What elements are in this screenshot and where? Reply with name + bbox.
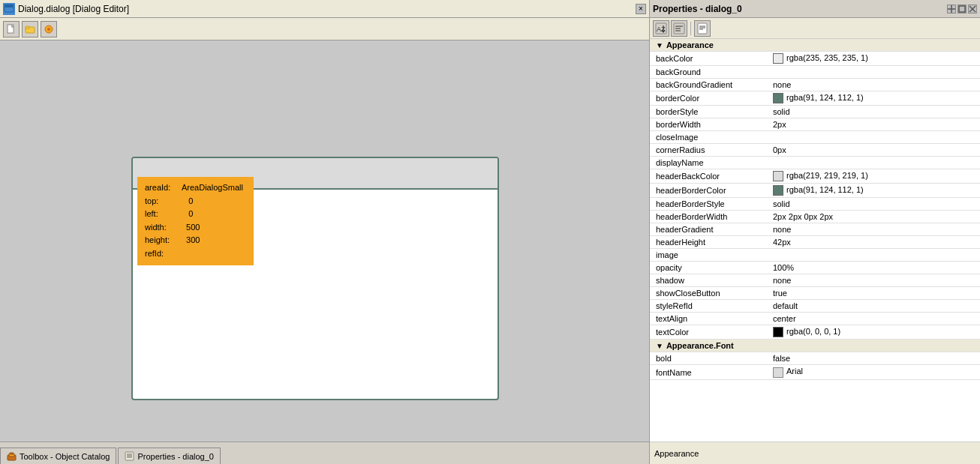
sort-category-icon xyxy=(673,22,685,34)
prop-bold-label: bold xyxy=(650,352,770,365)
prop-displayName-label: displayName xyxy=(650,157,770,169)
properties-table: ▼Appearance backColor rgba(235, 235, 235… xyxy=(650,39,980,380)
prop-backColor[interactable]: backColor rgba(235, 235, 235, 1) xyxy=(650,52,980,66)
paint-icon xyxy=(44,24,54,34)
prop-backColor-value: rgba(235, 235, 235, 1) xyxy=(770,52,980,66)
properties-title: Properties - dialog_0 xyxy=(653,4,944,14)
prop-cornerRadius-label: cornerRadius xyxy=(650,144,770,157)
prop-textAlign-value: center xyxy=(770,313,980,325)
properties-tab-bottom-label: Properties - dialog_0 xyxy=(137,452,214,461)
prop-backGroundGradient-label: backGroundGradient xyxy=(650,79,770,91)
section-appearance-font[interactable]: ▼Appearance.Font xyxy=(650,340,980,352)
prop-cornerRadius-value: 0px xyxy=(770,144,980,157)
prop-opacity[interactable]: opacity 100% xyxy=(650,262,980,274)
prop-styleRefId[interactable]: styleRefId default xyxy=(650,300,980,313)
open-folder-button[interactable] xyxy=(22,21,38,37)
prop-headerBackColor[interactable]: headerBackColor rgba(219, 219, 219, 1) xyxy=(650,169,980,184)
editor-toolbar xyxy=(0,18,649,40)
prop-borderWidth-value: 2px xyxy=(770,118,980,131)
prop-backGround-label: backGround xyxy=(650,66,770,79)
prop-styleRefId-value: default xyxy=(770,300,980,313)
prop-closeImage-value xyxy=(770,131,980,144)
prop-cornerRadius[interactable]: cornerRadius 0px xyxy=(650,144,980,157)
prop-backGround[interactable]: backGround xyxy=(650,66,980,79)
prop-bold-value: false xyxy=(770,352,980,365)
prop-borderColor-label: borderColor xyxy=(650,91,770,106)
prop-headerBorderStyle-label: headerBorderStyle xyxy=(650,198,770,211)
toolbox-tab[interactable]: Toolbox - Object Catalog xyxy=(0,448,116,464)
svg-text:AZ: AZ xyxy=(657,25,666,33)
properties-status-bar: Appearance xyxy=(650,442,980,464)
prop-fontName[interactable]: fontName Arial xyxy=(650,365,980,379)
prop-headerBorderWidth[interactable]: headerBorderWidth 2px 2px 0px 2px xyxy=(650,211,980,223)
svg-rect-16 xyxy=(959,6,965,12)
prop-opacity-label: opacity xyxy=(650,262,770,274)
properties-tab-bottom[interactable]: Properties - dialog_0 xyxy=(118,448,221,464)
properties-icon-bottom xyxy=(125,451,134,461)
prop-headerGradient[interactable]: headerGradient none xyxy=(650,223,980,236)
editor-close-button[interactable]: × xyxy=(636,4,646,14)
prop-displayName[interactable]: displayName xyxy=(650,157,980,169)
bottom-tabs-bar: Toolbox - Object Catalog Properties - di… xyxy=(0,442,649,464)
sort-category-button[interactable] xyxy=(671,20,687,37)
prop-borderStyle[interactable]: borderStyle solid xyxy=(650,106,980,118)
prop-backGround-value xyxy=(770,66,980,79)
prop-bold[interactable]: bold false xyxy=(650,352,980,365)
prop-textAlign-label: textAlign xyxy=(650,313,770,325)
section-appearance-font-label: Appearance.Font xyxy=(666,341,734,350)
paint-button[interactable] xyxy=(41,21,57,37)
properties-table-container[interactable]: ▼Appearance backColor rgba(235, 235, 235… xyxy=(650,39,980,442)
prop-textAlign[interactable]: textAlign center xyxy=(650,313,980,325)
description-button[interactable] xyxy=(694,20,711,37)
prop-fontName-value: Arial xyxy=(770,365,980,379)
prop-showCloseButton[interactable]: showCloseButton true xyxy=(650,287,980,300)
prop-borderColor[interactable]: borderColor rgba(91, 124, 112, 1) xyxy=(650,91,980,106)
pin-button[interactable] xyxy=(947,4,956,13)
section-appearance[interactable]: ▼Appearance xyxy=(650,39,980,52)
editor-title: Dialog.dialog [Dialog Editor] xyxy=(18,4,633,14)
svg-rect-1 xyxy=(5,4,14,7)
prop-headerBackColor-value: rgba(219, 219, 219, 1) xyxy=(770,169,980,184)
prop-displayName-value xyxy=(770,157,980,169)
prop-textColor[interactable]: textColor rgba(0, 0, 0, 1) xyxy=(650,325,980,340)
prop-headerBorderWidth-label: headerBorderWidth xyxy=(650,211,770,223)
prop-textColor-value: rgba(0, 0, 0, 1) xyxy=(770,325,980,340)
dialog-editor-icon xyxy=(4,4,14,14)
editor-canvas: areaId:AreaDialogSmall top: 0 left: 0 wi… xyxy=(0,40,649,442)
prop-backGroundGradient[interactable]: backGroundGradient none xyxy=(650,79,980,91)
section-appearance-label: Appearance xyxy=(666,40,714,49)
sort-alpha-icon: AZ xyxy=(655,22,667,34)
prop-headerBackColor-label: headerBackColor xyxy=(650,169,770,184)
prop-borderStyle-value: solid xyxy=(770,106,980,118)
editor-titlebar: Dialog.dialog [Dialog Editor] × xyxy=(0,0,649,18)
prop-shadow[interactable]: shadow none xyxy=(650,274,980,287)
prop-borderWidth[interactable]: borderWidth 2px xyxy=(650,118,980,131)
sort-alpha-button[interactable]: AZ xyxy=(653,20,669,37)
folder-icon xyxy=(25,24,35,34)
prop-closeImage-label: closeImage xyxy=(650,131,770,144)
properties-panel: Properties - dialog_0 xyxy=(650,0,980,464)
svg-rect-9 xyxy=(10,453,14,454)
prop-image[interactable]: image xyxy=(650,249,980,262)
props-close-icon xyxy=(969,5,976,13)
prop-closeImage[interactable]: closeImage xyxy=(650,131,980,144)
prop-backColor-label: backColor xyxy=(650,52,770,66)
svg-point-6 xyxy=(47,28,50,31)
props-close-button[interactable] xyxy=(968,4,977,13)
prop-image-value xyxy=(770,249,980,262)
properties-status-text: Appearance xyxy=(654,449,699,458)
svg-rect-26 xyxy=(698,23,707,34)
prop-headerBorderColor[interactable]: headerBorderColor rgba(91, 124, 112, 1) xyxy=(650,184,980,198)
prop-showCloseButton-value: true xyxy=(770,287,980,300)
float-icon xyxy=(958,5,966,13)
prop-headerBorderColor-value: rgba(91, 124, 112, 1) xyxy=(770,184,980,198)
prop-headerBorderStyle[interactable]: headerBorderStyle solid xyxy=(650,198,980,211)
prop-textColor-label: textColor xyxy=(650,325,770,340)
prop-headerHeight[interactable]: headerHeight 42px xyxy=(650,236,980,249)
toolbox-icon xyxy=(7,451,17,461)
prop-shadow-label: shadow xyxy=(650,274,770,287)
prop-headerHeight-label: headerHeight xyxy=(650,236,770,249)
float-button[interactable] xyxy=(957,4,966,13)
prop-headerBorderStyle-value: solid xyxy=(770,198,980,211)
new-file-button[interactable] xyxy=(3,21,20,37)
